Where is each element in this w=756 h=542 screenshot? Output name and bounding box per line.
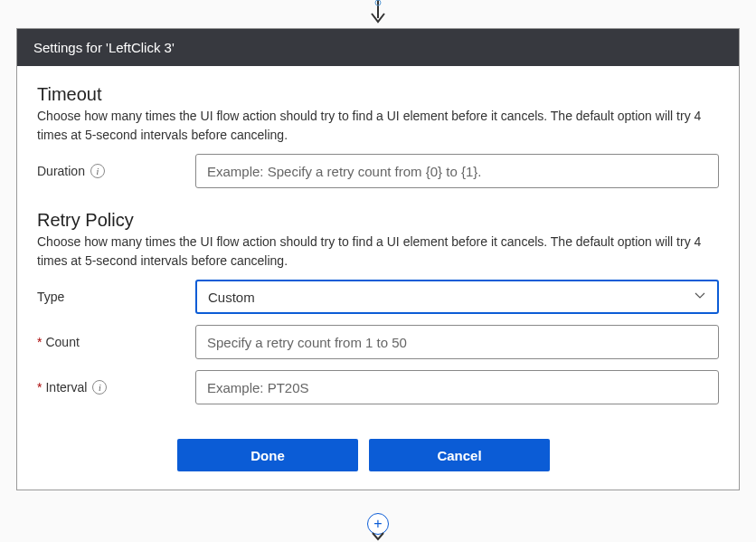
required-star: * [37,380,42,395]
interval-input[interactable] [195,370,719,404]
settings-panel: Settings for 'LeftClick 3' Timeout Choos… [16,28,740,490]
button-row: Done Cancel [177,439,719,471]
type-label-text: Type [37,290,64,304]
type-select[interactable]: Custom [195,280,719,314]
flow-arrow-top [364,0,392,29]
count-row: *Count [37,325,719,359]
duration-label: Duration i [37,164,195,178]
panel-title: Settings for 'LeftClick 3' [17,29,739,66]
timeout-title: Timeout [37,84,719,105]
interval-row: *Interval i [37,370,719,404]
interval-label-text: Interval [45,380,87,395]
count-label-text: Count [45,335,79,349]
type-row: Type Custom [37,280,719,314]
retry-title: Retry Policy [37,210,719,231]
chevron-down-icon [694,290,706,305]
panel-body: Timeout Choose how many times the UI flo… [17,66,739,490]
count-label: *Count [37,335,195,349]
count-input[interactable] [195,325,719,359]
duration-label-text: Duration [37,164,85,178]
done-button[interactable]: Done [177,439,358,471]
duration-row: Duration i [37,154,719,188]
flow-arrow-bottom [360,531,396,542]
info-icon[interactable]: i [92,380,107,395]
cancel-button[interactable]: Cancel [369,439,550,471]
type-select-value: Custom [208,290,255,305]
type-label: Type [37,290,195,304]
interval-label: *Interval i [37,380,195,395]
duration-input[interactable] [195,154,719,188]
required-star: * [37,335,42,349]
timeout-desc: Choose how many times the UI flow action… [37,107,719,145]
info-icon[interactable]: i [90,164,105,178]
retry-desc: Choose how many times the UI flow action… [37,233,719,271]
